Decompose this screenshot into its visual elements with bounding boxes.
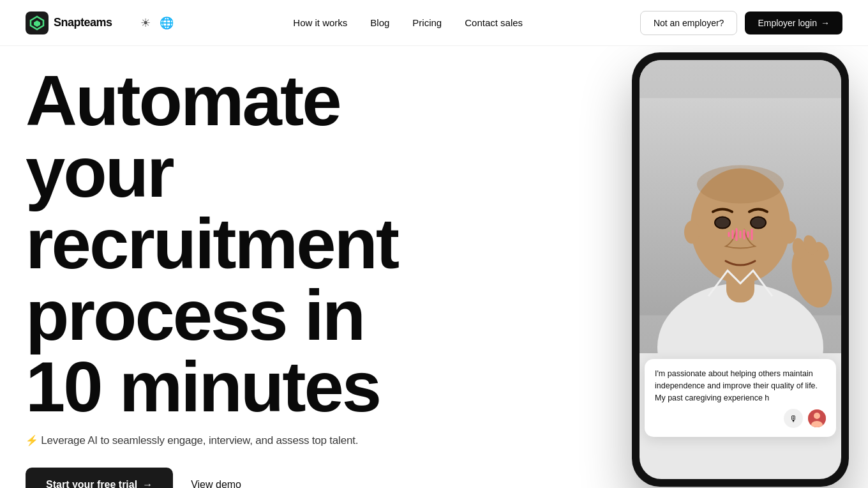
- wave-bar-4: [740, 231, 742, 238]
- hero-section: Automate your recruitment process in 10 …: [0, 46, 868, 488]
- headline-line5: 10 minutes: [26, 347, 380, 427]
- chat-bubble: I'm passionate about helping others main…: [645, 359, 836, 437]
- chat-text: I'm passionate about helping others main…: [655, 368, 826, 404]
- theme-toggles: ☀ 🌐: [138, 13, 176, 33]
- nav-item-blog: Blog: [370, 17, 389, 29]
- headline-line1: Automate: [26, 61, 340, 141]
- avatar: [808, 409, 826, 427]
- nav-links: How it works Blog Pricing Contact sales: [293, 17, 523, 29]
- wave-bar-6: [747, 231, 749, 238]
- view-demo-button[interactable]: View demo: [191, 479, 241, 488]
- nav-item-how-it-works: How it works: [293, 17, 347, 29]
- nav-link-blog[interactable]: Blog: [370, 17, 389, 28]
- headline-line2: your: [26, 132, 173, 212]
- hero-text: Automate your recruitment process in 10 …: [26, 59, 523, 488]
- wave-bar-2: [732, 230, 734, 239]
- chat-footer: 🎙: [655, 409, 826, 428]
- employer-login-button[interactable]: Employer login →: [745, 11, 842, 34]
- phone-mockup: I'm passionate about helping others main…: [632, 52, 849, 487]
- wave-bar-7: [751, 229, 753, 240]
- nav-left: Snapteams ☀ 🌐: [26, 11, 176, 34]
- phone-outer: I'm passionate about helping others main…: [632, 52, 849, 487]
- subtitle-icon: ⚡: [26, 435, 38, 446]
- video-area: [640, 60, 841, 353]
- svg-point-10: [715, 218, 730, 228]
- navbar: Snapteams ☀ 🌐 How it works Blog Pricing …: [0, 0, 868, 46]
- hero-subtitle: ⚡ Leverage AI to seamlessly engage, inte…: [26, 434, 523, 447]
- nav-item-pricing: Pricing: [412, 17, 442, 29]
- person-face: [640, 60, 841, 353]
- employer-login-label: Employer login: [758, 18, 817, 28]
- mic-icon: 🎙: [789, 413, 798, 425]
- employer-login-arrow: →: [821, 18, 830, 28]
- hero-actions: Start your free trial → View demo: [26, 468, 523, 488]
- mic-button[interactable]: 🎙: [784, 409, 803, 428]
- headline-line4: process in: [26, 275, 364, 355]
- subtitle-text: Leverage AI to seamlessly engage, interv…: [41, 434, 358, 446]
- cta-arrow: →: [142, 479, 153, 488]
- wave-bar-1: [728, 232, 730, 237]
- globe-icon: 🌐: [160, 16, 174, 30]
- wave-bar-3: [736, 228, 738, 241]
- svg-point-5: [684, 221, 700, 244]
- phone-screen: I'm passionate about helping others main…: [640, 60, 841, 479]
- svg-point-7: [697, 165, 784, 204]
- cta-label: Start your free trial: [46, 479, 137, 488]
- light-mode-button[interactable]: ☀: [138, 13, 153, 33]
- wave-bar-5: [744, 229, 745, 240]
- globe-button[interactable]: 🌐: [157, 13, 176, 33]
- nav-link-contact-sales[interactable]: Contact sales: [465, 17, 523, 28]
- hero-headline: Automate your recruitment process in 10 …: [26, 65, 523, 423]
- start-free-trial-button[interactable]: Start your free trial →: [26, 468, 173, 488]
- nav-link-pricing[interactable]: Pricing: [412, 17, 442, 28]
- sun-icon: ☀: [140, 16, 151, 30]
- headline-line3: recruitment: [26, 204, 398, 284]
- svg-point-11: [751, 218, 765, 228]
- svg-point-17: [814, 413, 820, 419]
- nav-item-contact-sales: Contact sales: [465, 17, 523, 29]
- not-employer-button[interactable]: Not an employer?: [640, 11, 738, 35]
- logo-icon: [26, 11, 49, 34]
- nav-right: Not an employer? Employer login →: [640, 11, 842, 35]
- logo-text: Snapteams: [54, 16, 112, 29]
- logo-link[interactable]: Snapteams: [26, 11, 112, 34]
- nav-link-how-it-works[interactable]: How it works: [293, 17, 347, 28]
- avatar-image: [808, 409, 826, 427]
- waveform-indicator: [728, 228, 753, 241]
